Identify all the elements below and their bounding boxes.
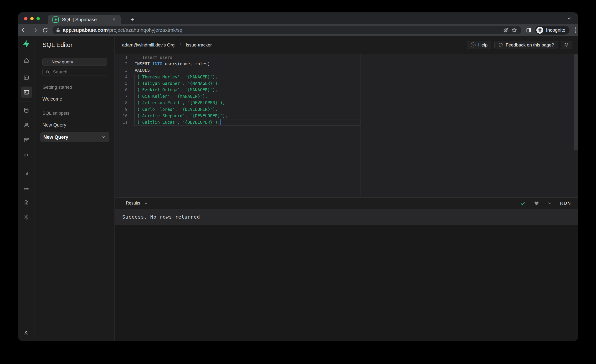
forward-icon[interactable] (30, 25, 39, 35)
line-number: 3 (115, 67, 127, 74)
minimize-window-button[interactable] (30, 17, 34, 20)
section-label-sql-snippets: SQL snippets (42, 111, 107, 116)
tab-title: SQL | Supabase (62, 17, 111, 22)
main-header: adam@windmill.dev's Org / issue-tracker … (115, 36, 578, 54)
rail-table-editor-icon[interactable] (21, 72, 32, 83)
feedback-button[interactable]: Feedback on this page? (494, 41, 558, 49)
search-placeholder: Search (53, 69, 67, 74)
eye-off-icon[interactable] (502, 26, 510, 34)
main-area: adam@windmill.dev's Org / issue-tracker … (115, 36, 578, 341)
zoom-window-button[interactable] (37, 17, 40, 20)
code-line[interactable]: 9 ('Carlo Flores', '{DEVELOPER}'), (115, 106, 578, 113)
code-line[interactable]: 5 ('Taliyah Gardner', '{MANAGER}'), (115, 80, 578, 87)
sql-editor-sidebar: SQL Editor + New query Search Getting st… (35, 36, 115, 341)
rail-auth-icon[interactable] (21, 119, 32, 130)
sidebar-item-new-query[interactable]: New Query (42, 122, 107, 128)
supabase-favicon-icon (52, 16, 59, 23)
breadcrumb-org[interactable]: adam@windmill.dev's Org (122, 42, 174, 48)
section-label-getting-started: Getting started (42, 85, 107, 90)
help-icon: ? (471, 42, 476, 47)
code-line[interactable]: 1-- Insert users (115, 54, 578, 61)
rail-sql-editor-icon[interactable] (21, 87, 32, 98)
rail-account-icon[interactable] (21, 327, 32, 339)
rail-edge-functions-icon[interactable] (21, 149, 32, 161)
window-controls (24, 17, 40, 20)
rail-settings-icon[interactable] (21, 211, 32, 223)
tab-close-icon[interactable]: × (111, 16, 117, 23)
text-cursor (220, 119, 221, 125)
notifications-button[interactable] (561, 41, 572, 49)
side-panel-icon[interactable] (526, 25, 532, 35)
results-toolbar: Results RUN (115, 197, 578, 209)
editor-scrollbar[interactable] (574, 54, 578, 150)
code-line[interactable]: 10 ('Arielle Shepherd', '{DEVELOPER}'), (115, 113, 578, 119)
line-number: 4 (115, 74, 127, 80)
browser-toolbar: app.supabase.com/project/azahtnhqohyjerz… (18, 24, 578, 36)
url-text: app.supabase.com/project/azahtnhqohyjerz… (63, 27, 502, 33)
speech-bubble-icon (498, 42, 503, 47)
rail-docs-icon[interactable] (21, 197, 32, 208)
code-line[interactable]: 4 ('Theresa Hurley', '{MANAGER}'), (115, 74, 578, 80)
code-line[interactable]: 8 ('Jefferson Pratt', '{DEVELOPER}'), (115, 100, 578, 106)
bookmark-star-icon[interactable] (510, 26, 518, 34)
line-number: 7 (115, 93, 127, 100)
breadcrumb: adam@windmill.dev's Org / issue-tracker (122, 42, 212, 48)
code-lines: 1-- Insert users2INSERT INTO users(name,… (115, 54, 578, 126)
code-line[interactable]: 3VALUES (115, 67, 578, 74)
page-title: SQL Editor (42, 41, 73, 49)
back-icon[interactable] (20, 25, 29, 35)
search-input[interactable]: Search (42, 68, 107, 76)
browser-window: SQL | Supabase × + app.supabase.com/proj… (18, 12, 578, 341)
browser-tab[interactable]: SQL | Supabase × (48, 15, 121, 24)
code-line[interactable]: 6 ('Ezekiel Ortega', '{MANAGER}'), (115, 87, 578, 93)
results-message: Success. No rows returned (122, 214, 200, 220)
chevron-down-icon[interactable] (101, 135, 106, 139)
incognito-badge: Incognito (535, 26, 570, 35)
breadcrumb-project[interactable]: issue-tracker (186, 42, 212, 48)
line-number: 2 (115, 61, 127, 67)
code-line[interactable]: 11 ('Caitlin Lucas', '{DEVELOPER}'); (115, 119, 578, 126)
close-window-button[interactable] (24, 17, 27, 20)
tab-strip: SQL | Supabase × + (18, 12, 578, 24)
tab-search-chevron-icon[interactable] (567, 16, 572, 21)
rail-home-icon[interactable] (21, 55, 32, 66)
supabase-app: SQL Editor + New query Search Getting st… (18, 36, 578, 341)
sidebar-item-new-query-selected[interactable]: New Query (40, 132, 109, 142)
success-check-icon (520, 201, 526, 206)
url-bar[interactable]: app.supabase.com/project/azahtnhqohyjerz… (52, 26, 522, 34)
sidebar-item-welcome[interactable]: Welcome (42, 96, 107, 102)
browser-menu-icon[interactable] (572, 26, 578, 34)
incognito-icon (536, 27, 543, 34)
help-button[interactable]: ? Help (467, 41, 491, 49)
sql-code-editor[interactable]: 1-- Insert users2INSERT INTO users(name,… (115, 54, 578, 197)
favorite-heart-icon[interactable] (534, 201, 539, 206)
line-number: 5 (115, 80, 127, 87)
editor-ruler (360, 54, 361, 197)
supabase-logo-icon[interactable] (21, 38, 32, 50)
results-panel: Success. No rows returned (115, 209, 578, 225)
search-icon (45, 70, 50, 74)
results-chevron-icon (144, 201, 148, 205)
rail-storage-icon[interactable] (21, 134, 32, 146)
line-number: 11 (115, 119, 127, 126)
plus-icon: + (45, 59, 49, 65)
line-number: 10 (115, 113, 127, 119)
run-button[interactable]: RUN (560, 201, 571, 206)
rail-logs-icon[interactable] (21, 183, 32, 194)
new-query-button[interactable]: + New query (42, 58, 107, 66)
empty-area (115, 225, 578, 341)
bell-icon (564, 42, 569, 48)
new-tab-button[interactable]: + (128, 15, 137, 24)
nav-rail (18, 36, 35, 341)
incognito-label: Incognito (546, 27, 565, 33)
code-line[interactable]: 2INSERT INTO users(name, roles) (115, 61, 578, 67)
line-number: 8 (115, 100, 127, 106)
line-number: 6 (115, 87, 127, 93)
results-tab[interactable]: Results (126, 201, 148, 206)
run-options-chevron-icon[interactable] (547, 201, 552, 206)
padlock-icon (56, 28, 60, 32)
reload-icon[interactable] (41, 25, 50, 35)
code-line[interactable]: 7 ('Gia Keller', '{MANAGER}'), (115, 93, 578, 100)
rail-database-icon[interactable] (21, 104, 32, 116)
rail-reports-icon[interactable] (21, 168, 32, 179)
